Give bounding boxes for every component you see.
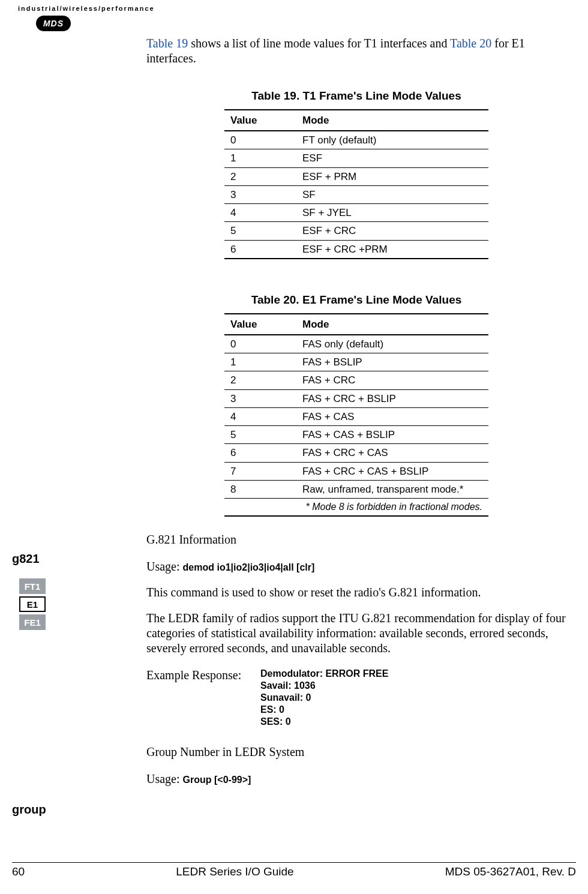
footer-page-number: 60 xyxy=(12,865,25,878)
group-label: group xyxy=(12,803,138,817)
table20-caption: Table 20. E1 Frame's Line Mode Values xyxy=(146,293,566,307)
table19: Value Mode 0FT only (default) 1ESF 2ESF … xyxy=(224,109,488,259)
group-title: Group Number in LEDR System xyxy=(146,745,566,760)
footer-doc-id: MDS 05-3627A01, Rev. D xyxy=(445,865,576,878)
page-footer: 60 LEDR Series I/O Guide MDS 05-3627A01,… xyxy=(12,862,576,878)
g821-example: Example Response: Demodulator: ERROR FRE… xyxy=(146,668,566,728)
group-usage: Usage: Group [<0-99>] xyxy=(146,772,566,787)
table-row: 2FAS + CRC xyxy=(224,371,488,389)
table20-link[interactable]: Table 20 xyxy=(450,37,491,50)
table-row: 1FAS + BSLIP xyxy=(224,353,488,371)
g821-usage: Usage: demod io1|io2|io3|io4|all [clr] xyxy=(146,559,566,574)
table19-header-mode: Mode xyxy=(296,110,488,131)
badge-ft1: FT1 xyxy=(19,578,46,594)
table-row: 5FAS + CAS + BSLIP xyxy=(224,426,488,444)
badge-e1: E1 xyxy=(19,596,46,612)
table-row: 8Raw, unframed, transparent mode.* xyxy=(224,480,488,498)
table-row: 1ESF xyxy=(224,149,488,167)
intro-paragraph: Table 19 shows a list of line mode value… xyxy=(146,36,566,66)
table-row: 4FAS + CAS xyxy=(224,407,488,425)
g821-title: G.821 Information xyxy=(146,532,566,547)
table-row: 7FAS + CRC + CAS + BSLIP xyxy=(224,462,488,480)
table-row: 6FAS + CRC + CAS xyxy=(224,444,488,462)
brand-logo: MDS xyxy=(36,16,71,31)
g821-desc2: The LEDR family of radios support the IT… xyxy=(146,611,566,656)
table20: Value Mode 0FAS only (default) 1FAS + BS… xyxy=(224,313,488,517)
footer-doc-title: LEDR Series I/O Guide xyxy=(176,865,293,878)
table-row: 5ESF + CRC xyxy=(224,222,488,240)
table19-caption: Table 19. T1 Frame's Line Mode Values xyxy=(146,89,566,103)
table-row: 3SF xyxy=(224,185,488,203)
table20-footnote: * Mode 8 is forbidden in fractional mode… xyxy=(224,499,488,517)
table-row: 6ESF + CRC +PRM xyxy=(224,240,488,259)
table-row: 0FT only (default) xyxy=(224,131,488,149)
table-row: 3FAS + CRC + BSLIP xyxy=(224,389,488,407)
table19-link[interactable]: Table 19 xyxy=(146,37,188,50)
g821-desc1: This command is used to show or reset th… xyxy=(146,585,566,600)
table-row: 4SF + JYEL xyxy=(224,204,488,222)
badge-fe1: FE1 xyxy=(19,614,46,630)
table20-header-mode: Mode xyxy=(296,314,488,335)
header-tagline: industrial/wireless/performance xyxy=(18,5,155,12)
table-row: 2ESF + PRM xyxy=(224,167,488,185)
table20-header-value: Value xyxy=(224,314,296,335)
table19-header-value: Value xyxy=(224,110,296,131)
table-row: 0FAS only (default) xyxy=(224,335,488,353)
g821-label: g821 xyxy=(12,552,138,566)
